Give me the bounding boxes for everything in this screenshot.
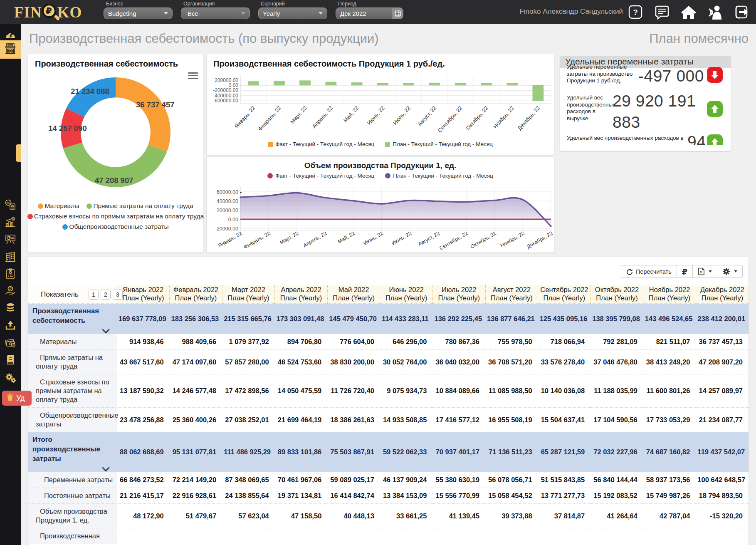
donut-legend: МатериалыПрямые затраты на оплату трудаС… bbox=[28, 202, 203, 230]
collapse-chevron-icon[interactable] bbox=[103, 464, 109, 471]
scenario-column-subheader: План (Yearly) bbox=[327, 294, 380, 304]
cell-value bbox=[432, 528, 485, 544]
sidebar-item-buildings[interactable] bbox=[0, 249, 21, 266]
home-icon[interactable] bbox=[679, 4, 698, 20]
legend-item[interactable]: Общепроизводственные затраты bbox=[62, 223, 168, 230]
sidebar-item-cash[interactable]: ₽ bbox=[0, 335, 21, 352]
sidebar-item-presentation[interactable] bbox=[0, 231, 21, 249]
legend-item[interactable]: План - Текущий - Текущий год - Месяц bbox=[385, 141, 493, 147]
sidebar-item-calc-percent[interactable]: % bbox=[0, 197, 21, 214]
sidebar-item-upload[interactable]: .в. bbox=[0, 317, 21, 335]
legend-dot bbox=[62, 224, 68, 230]
export-excel-button[interactable]: x bbox=[693, 265, 717, 278]
legend-item[interactable]: Факт - Текущий - Текущий год - Месяц bbox=[268, 141, 374, 147]
collapse-chevron-icon[interactable] bbox=[103, 326, 109, 333]
bar-plan-2[interactable] bbox=[300, 81, 311, 85]
bar-plan-3[interactable] bbox=[326, 82, 336, 85]
area-x-label: Декабрь, 22 bbox=[526, 230, 553, 250]
sidebar-item-clipboard[interactable] bbox=[0, 266, 21, 283]
clipboard-icon bbox=[5, 268, 16, 281]
period-input[interactable]: Дек 2022 bbox=[336, 7, 403, 19]
table-toolbar: Пересчитать₽x bbox=[621, 265, 743, 278]
scenario-column-subheader: План (Yearly) bbox=[275, 294, 328, 304]
delete-button[interactable]: Уд bbox=[2, 391, 32, 406]
donut-chart: 36 737 45747 208 90714 257 09021 234 088 bbox=[28, 71, 203, 196]
legend-item[interactable]: План - Текущий - Текущий год - Месяц bbox=[385, 173, 493, 179]
bar-plan-7[interactable] bbox=[429, 83, 440, 85]
legend-label: План - Текущий - Текущий год - Месяц bbox=[393, 141, 493, 147]
cell-value: 215 315 665,76 bbox=[222, 304, 275, 334]
cell-value: 169 637 778,09 bbox=[117, 304, 170, 334]
bar-plan-6[interactable] bbox=[403, 83, 414, 85]
donut-slice-0[interactable] bbox=[116, 77, 170, 152]
bar-x-label: Февраль, 22 bbox=[257, 105, 282, 132]
month-column-header: Май 2022 bbox=[327, 285, 380, 294]
cell-value: 56 840 144,44 bbox=[590, 472, 643, 488]
recalculate-button[interactable]: Пересчитать bbox=[621, 265, 677, 278]
help-icon[interactable]: ? bbox=[626, 4, 645, 20]
row-label: Производственная bbox=[28, 528, 117, 544]
dashboard-icon bbox=[5, 29, 16, 42]
cell-value bbox=[275, 528, 328, 544]
cell-value: 18 386 261,63 bbox=[327, 408, 380, 432]
messages-icon[interactable] bbox=[653, 4, 671, 20]
sidebar-item-company[interactable] bbox=[0, 40, 21, 59]
legend-item[interactable]: Факт - Текущий - Текущий год - Месяц bbox=[267, 173, 374, 179]
cell-value: 59 522 062,33 bbox=[380, 432, 433, 472]
announcer-icon[interactable] bbox=[706, 4, 724, 20]
bar-plan-9[interactable] bbox=[481, 83, 492, 85]
donut-value-label: 47 208 907 bbox=[95, 176, 133, 185]
month-column-header: Февраль 2022 bbox=[170, 285, 222, 294]
level-button-2[interactable]: 2 bbox=[101, 290, 111, 300]
area-x-label: Апрель, 22 bbox=[302, 230, 328, 248]
cell-value: 48 172,90 bbox=[117, 504, 170, 528]
sidebar-item-book[interactable] bbox=[0, 352, 21, 369]
area-chart-legend: Факт - Текущий - Текущий год - МесяцПлан… bbox=[207, 173, 554, 179]
sidebar-item-gears[interactable] bbox=[0, 370, 21, 387]
logo-ruble-symbol: ₽ bbox=[42, 4, 56, 18]
level-button-1[interactable]: 1 bbox=[89, 290, 99, 300]
legend-label: Прямые затраты на оплату труда bbox=[93, 202, 193, 210]
cell-value: 74 687 160,82 bbox=[643, 432, 696, 472]
select-business[interactable]: Budgeting bbox=[104, 7, 173, 19]
bar-plan-4[interactable] bbox=[351, 82, 362, 85]
cell-value: 66 846 273,52 bbox=[117, 472, 170, 488]
legend-item[interactable]: Страховые взносы по прямым затратам на о… bbox=[27, 213, 204, 220]
bar-plan-5[interactable] bbox=[377, 83, 388, 85]
sidebar-drawer-handle[interactable] bbox=[16, 144, 21, 162]
area-x-label: Сентябрь, 22 bbox=[438, 230, 469, 251]
sidebar-item-database[interactable] bbox=[0, 300, 21, 317]
bar-plan-1[interactable] bbox=[274, 81, 284, 85]
cell-value: 72 214 149,20 bbox=[170, 472, 222, 488]
cell-value: 41 264,64 bbox=[590, 504, 643, 528]
sidebar-item-hand-coin[interactable]: ₽ bbox=[0, 283, 21, 300]
currency-button[interactable]: ₽ bbox=[677, 265, 693, 278]
sidebar-item-chart-growth[interactable]: ₽ bbox=[0, 214, 21, 232]
gears-icon bbox=[5, 372, 16, 385]
legend-item[interactable]: Материалы bbox=[38, 202, 79, 210]
table-row-0: Производственная себестоимость169 637 77… bbox=[28, 304, 749, 334]
bar-plan-11[interactable] bbox=[533, 85, 544, 101]
svg-text:.в.: .в. bbox=[13, 327, 15, 329]
select-organization[interactable]: -Все- bbox=[181, 7, 250, 19]
select-scenario[interactable]: Yearly bbox=[258, 7, 327, 19]
bar-plan-8[interactable] bbox=[455, 83, 466, 85]
calendar-button[interactable] bbox=[392, 7, 403, 19]
table-settings-button[interactable] bbox=[717, 265, 743, 278]
cell-value: 17 733 053,29 bbox=[643, 408, 696, 432]
legend-swatch bbox=[268, 142, 273, 147]
level-button-3[interactable]: 3 bbox=[113, 290, 123, 300]
legend-label: Страховые взносы по прямым затратам на о… bbox=[34, 213, 204, 220]
kpi-list: Удельные переменные затраты на производс… bbox=[560, 56, 731, 145]
finoko-logo[interactable]: FIN ₽ KO bbox=[14, 2, 82, 22]
bar-x-label: Март, 22 bbox=[289, 105, 308, 125]
cell-value: 24 138 855,64 bbox=[222, 488, 275, 504]
chevron-down-icon bbox=[241, 12, 245, 15]
donut-slice-3[interactable] bbox=[66, 77, 116, 117]
calc-percent-icon: % bbox=[5, 199, 16, 212]
svg-text:0.00: 0.00 bbox=[228, 217, 238, 223]
bar-plan-0[interactable] bbox=[248, 82, 259, 85]
legend-item[interactable]: Прямые затраты на оплату труда bbox=[86, 202, 193, 210]
bar-plan-10[interactable] bbox=[507, 83, 518, 85]
logout-icon[interactable] bbox=[733, 4, 751, 20]
